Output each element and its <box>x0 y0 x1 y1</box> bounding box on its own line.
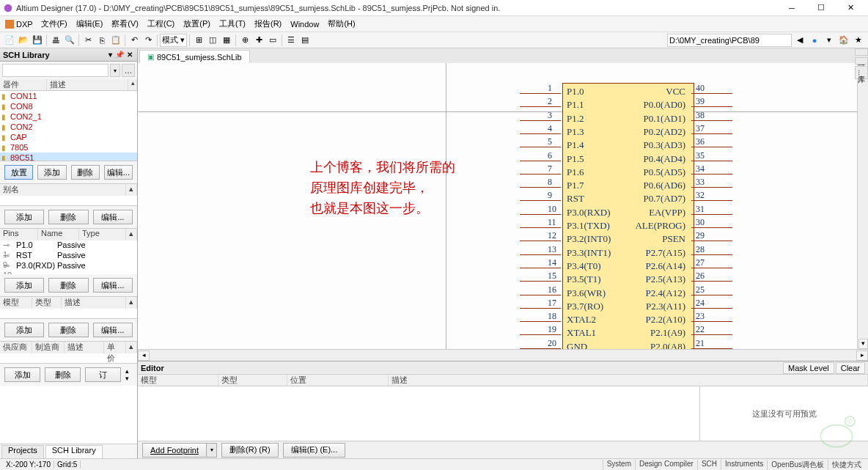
pins-edit-button[interactable]: 编辑... <box>93 278 133 293</box>
status-link[interactable]: 快捷方式 <box>828 460 865 470</box>
panel-pin-icon[interactable]: 📌 <box>114 51 125 59</box>
pins-list[interactable]: ⊸ 1P1.0Passive⊸ 9RSTPassive⊸ 10P3.0(RXD)… <box>0 240 137 274</box>
dock-tab[interactable]: 剪贴板 <box>855 57 868 65</box>
fav-icon[interactable]: ★ <box>852 34 865 47</box>
pin-row[interactable]: ⊸ 9RSTPassive <box>0 251 137 261</box>
menu-item[interactable]: 放置(P) <box>179 18 215 29</box>
nav-back-icon[interactable]: ◀ <box>793 34 806 47</box>
paste-icon[interactable]: 📋 <box>109 34 122 47</box>
new-icon[interactable]: 📄 <box>3 34 16 47</box>
minimize-button[interactable]: ─ <box>777 0 806 16</box>
dock-tab[interactable]: 偏好的 <box>855 48 868 56</box>
menu-item[interactable]: 工具(T) <box>215 18 250 29</box>
component-list[interactable]: ▮CON11▮CON8▮CON2_1▮CON2▮CAP▮7805▮89C51 <box>0 91 137 161</box>
tool-h-icon[interactable]: ▤ <box>298 34 312 47</box>
menu-item[interactable]: 报告(R) <box>250 18 286 29</box>
alias-add-button[interactable]: 添加 <box>4 210 44 224</box>
close-button[interactable]: ✕ <box>836 0 865 16</box>
component-row[interactable]: ▮CAP <box>0 132 137 142</box>
pins-delete-button[interactable]: 删除 <box>48 278 88 293</box>
editor-delete-button[interactable]: 删除(R) (R) <box>221 443 279 458</box>
filter-input[interactable] <box>2 64 108 77</box>
component-row[interactable]: ▮CON2_1 <box>0 111 137 122</box>
panel-close-icon[interactable]: ✕ <box>125 51 134 59</box>
nav-fwd-icon[interactable]: ● <box>808 34 821 47</box>
open-icon[interactable]: 📂 <box>17 34 30 47</box>
tab-sch-library[interactable]: SCH Library <box>45 445 103 458</box>
schematic-canvas[interactable]: 上个博客，我们将所需的 原理图库创建完毕， 也就是本图这一步。 1P1.02P1… <box>138 63 868 349</box>
pins-add-button[interactable]: 添加 <box>4 278 44 293</box>
editor-edit-button[interactable]: 编辑(E) (E)... <box>283 443 346 458</box>
maximize-button[interactable]: ☐ <box>806 0 836 16</box>
dock-tab[interactable]: 库... <box>855 66 868 79</box>
undo-icon[interactable]: ↶ <box>128 34 141 47</box>
tool-e-icon[interactable]: ✚ <box>252 34 265 47</box>
supplier-list[interactable] <box>0 353 137 364</box>
menu-item[interactable]: 帮助(H) <box>323 18 359 29</box>
status-link[interactable]: Design Compiler <box>635 460 697 470</box>
scroll-right-icon[interactable]: ▸ <box>856 350 868 361</box>
model-add-button[interactable]: 添加 <box>4 323 44 337</box>
component-row[interactable]: ▮7805 <box>0 142 137 153</box>
model-list[interactable] <box>0 309 137 319</box>
path-combo[interactable] <box>667 34 792 47</box>
alias-list[interactable] <box>0 196 137 206</box>
supplier-add-button[interactable]: 添加 <box>4 367 40 382</box>
component-row[interactable]: ▮CON2 <box>0 122 137 132</box>
zoom-icon[interactable]: 🔍 <box>63 34 76 47</box>
home-icon[interactable]: 🏠 <box>837 34 850 47</box>
editor-grid[interactable] <box>138 386 699 441</box>
horizontal-scrollbar[interactable]: ◂ ▸ <box>138 349 868 361</box>
save-icon[interactable]: 💾 <box>31 34 44 47</box>
tool-b-icon[interactable]: ◫ <box>206 34 219 47</box>
component-row[interactable]: ▮89C51 <box>0 153 137 161</box>
mode-combo[interactable]: 模式 ▾ <box>160 34 187 47</box>
add-button[interactable]: 添加 <box>37 165 66 180</box>
scroll-down-icon[interactable]: ▾ <box>858 339 868 349</box>
pin-row[interactable]: ⊸ 10P3.0(RXD)Passive <box>0 261 137 271</box>
clear-button[interactable]: Clear <box>836 362 865 374</box>
nav-up-icon[interactable]: ▾ <box>823 34 836 47</box>
stepper-icon[interactable]: ▴▾ <box>125 367 133 382</box>
copy-icon[interactable]: ⎘ <box>95 34 108 47</box>
tool-f-icon[interactable]: ▭ <box>266 34 279 47</box>
status-link[interactable]: System <box>603 460 635 470</box>
status-link[interactable]: Instruments <box>721 460 767 470</box>
add-footprint-dropdown-icon[interactable]: ▾ <box>207 443 217 458</box>
menu-item[interactable]: 工程(C) <box>143 18 179 29</box>
component-row[interactable]: ▮CON11 <box>0 91 137 101</box>
component-row[interactable]: ▮CON8 <box>0 101 137 111</box>
print-icon[interactable]: 🖶 <box>49 34 62 47</box>
supplier-delete-button[interactable]: 删除 <box>45 367 81 382</box>
model-delete-button[interactable]: 删除 <box>48 323 88 337</box>
tool-d-icon[interactable]: ⊕ <box>238 34 251 47</box>
model-edit-button[interactable]: 编辑... <box>93 323 133 337</box>
edit-button[interactable]: 编辑... <box>104 165 133 180</box>
filter-dropdown-icon[interactable]: ▾ <box>110 64 120 77</box>
tool-a-icon[interactable]: ⊞ <box>192 34 205 47</box>
scroll-up-icon[interactable]: ▴ <box>128 79 137 90</box>
add-footprint-button[interactable]: Add Footprint <box>142 443 207 458</box>
menu-item[interactable]: 察看(V) <box>107 18 143 29</box>
document-tab[interactable]: ▣ 89C51_sumjess.SchLib <box>139 50 250 63</box>
alias-edit-button[interactable]: 编辑... <box>93 210 133 224</box>
filter-browse-button[interactable]: … <box>122 64 135 77</box>
menu-item[interactable]: 文件(F) <box>37 18 72 29</box>
tool-g-icon[interactable]: ☰ <box>284 34 298 47</box>
status-link[interactable]: SCH <box>697 460 721 470</box>
panel-dropdown-icon[interactable]: ▾ <box>107 51 114 59</box>
status-link[interactable]: OpenBus调色板 <box>767 460 828 470</box>
menu-item[interactable]: 编辑(E) <box>72 18 108 29</box>
pin-row[interactable]: ⊸ 1P1.0Passive <box>0 240 137 251</box>
delete-button[interactable]: 删除 <box>71 165 100 180</box>
mask-level-button[interactable]: Mask Level <box>783 362 834 374</box>
tool-c-icon[interactable]: ▦ <box>220 34 233 47</box>
dxp-menu[interactable]: DXP <box>1 20 37 29</box>
menu-item[interactable]: Window <box>286 20 323 29</box>
scroll-left-icon[interactable]: ◂ <box>138 350 150 361</box>
alias-delete-button[interactable]: 删除 <box>48 210 88 224</box>
vertical-scrollbar[interactable]: ▴ ▾ <box>857 63 868 349</box>
cut-icon[interactable]: ✂ <box>81 34 95 47</box>
place-button[interactable]: 放置 <box>4 165 33 180</box>
alias-header[interactable]: 别名 <box>0 184 126 196</box>
